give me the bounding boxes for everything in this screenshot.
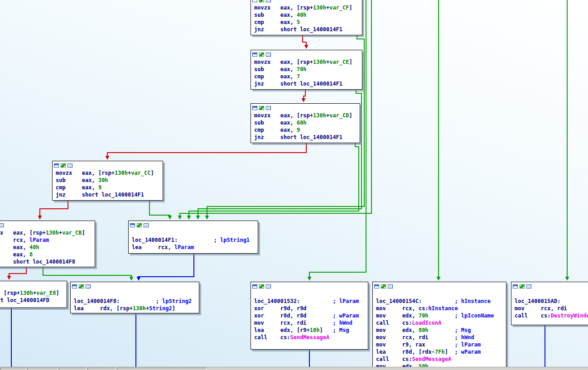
graph-node-var_CE-check[interactable]: movzx eax, [rsp+130h+var_CE]sub eax, 70h… [251, 50, 362, 90]
node-info-icon[interactable] [266, 284, 271, 288]
graph-node-var_CD-check[interactable]: movzx eax, [rsp+130h+var_CD]sub eax, 60h… [251, 103, 360, 143]
code-line[interactable] [132, 229, 255, 236]
group-node-icon[interactable] [137, 223, 142, 227]
collapse-node-icon[interactable] [54, 163, 59, 168]
group-node-icon[interactable] [61, 163, 66, 168]
group-node-icon[interactable] [259, 53, 264, 57]
code-line[interactable]: jnz short loc_1400014F1 [56, 191, 159, 198]
node-titlebar[interactable] [71, 282, 199, 290]
code-line[interactable]: lea rcx, lParam [132, 244, 255, 251]
node-titlebar[interactable] [251, 282, 368, 290]
node-titlebar[interactable] [0, 221, 95, 229]
group-node-icon[interactable] [520, 284, 525, 288]
code-line[interactable]: jnz short loc_1400014F1 [254, 26, 359, 33]
group-node-icon[interactable] [259, 106, 264, 110]
code-line[interactable]: movzx eax, [rsp+130h+var_CF] [254, 4, 359, 11]
code-line[interactable]: cmp eax, 8 [0, 251, 92, 258]
node-titlebar[interactable] [0, 281, 67, 289]
code-line[interactable]: cmp eax, 9 [254, 126, 357, 134]
group-node-icon[interactable] [79, 284, 84, 288]
code-line[interactable]: call cs:LoadIconA [376, 319, 503, 327]
graph-node-var_E8-block[interactable]: lea rdx, [rsp+130h+var_E8]jmp short loc_… [0, 281, 67, 308]
graph-node-loc_140001532[interactable]: loc_140001532: ; lParamxor r9d, r9dxor r… [251, 282, 368, 350]
code-line[interactable]: mov edx, 80h ; Msg [376, 327, 503, 334]
code-line[interactable]: movzx eax, [rsp+130h+var_CE] [254, 58, 359, 66]
node-info-icon[interactable] [388, 284, 393, 288]
code-line[interactable]: loc_140001532: ; lParam [254, 298, 365, 305]
node-titlebar[interactable] [373, 282, 506, 290]
code-line[interactable]: mov rcx, cs:hInstance [376, 305, 503, 312]
code-line[interactable]: lea rdx, [rsp+130h+var_E8] [0, 289, 63, 297]
code-line[interactable]: mov rcx, rdi ; hWnd [254, 319, 365, 327]
code-line[interactable]: sub eax, 70h [254, 66, 359, 73]
node-titlebar[interactable] [53, 161, 163, 169]
code-line[interactable]: mov rcx, rdi [515, 305, 588, 312]
node-info-icon[interactable] [266, 53, 271, 57]
node-info-icon[interactable] [526, 284, 531, 288]
code-line[interactable]: xor r8d, r8d ; wParam [254, 312, 365, 319]
code-line[interactable]: sub eax, 30h [56, 177, 159, 184]
code-line[interactable]: loc_1400015AD: [515, 298, 588, 305]
code-line[interactable]: lea rcx, lParam [0, 236, 92, 244]
code-line[interactable]: call cs:SendMessageA [254, 334, 365, 341]
code-line[interactable]: loc_1400014F1: ; lpString1 [132, 236, 255, 244]
code-line[interactable] [74, 290, 196, 298]
collapse-node-icon[interactable] [513, 284, 518, 288]
collapse-node-icon[interactable] [252, 53, 257, 57]
node-titlebar[interactable] [251, 0, 362, 4]
code-line[interactable]: call cs:DestroyWindow [515, 312, 588, 319]
code-line[interactable]: lea rdx, [rsp+130h+String2] [74, 305, 196, 312]
code-line[interactable]: lea r8d, [rdx-7Fh] ; wParam [376, 348, 503, 356]
group-node-icon[interactable] [259, 0, 264, 2]
code-line[interactable]: mov rcx, rdi ; hWnd [376, 334, 503, 341]
node-info-icon[interactable] [266, 0, 271, 2]
collapse-node-icon[interactable] [252, 0, 257, 2]
code-line[interactable]: movzx eax, [rsp+130h+var_CD] [254, 112, 357, 119]
code-line[interactable]: cmp eax, 9 [56, 184, 159, 191]
graph-node-loc_1400015AD[interactable]: loc_1400015AD:mov rcx, rdicall cs:Destro… [511, 282, 588, 325]
graph-node-var_CF-check[interactable]: movzx eax, [rsp+130h+var_CF]sub eax, 40h… [251, 0, 362, 35]
collapse-node-icon[interactable] [130, 223, 135, 227]
node-titlebar[interactable] [251, 104, 360, 111]
code-line[interactable]: jnz short loc_1400014F1 [254, 80, 359, 87]
node-titlebar[interactable] [129, 221, 258, 229]
code-line[interactable]: jmp short loc_1400014FD [0, 297, 63, 304]
code-line[interactable]: cmp eax, 5 [254, 19, 359, 26]
code-line[interactable] [376, 290, 503, 298]
group-node-icon[interactable] [381, 284, 386, 288]
code-line[interactable]: loc_14000154C: ; hInstance [376, 298, 503, 305]
code-line[interactable] [515, 290, 588, 298]
code-line[interactable]: jnz short loc_1400014F1 [254, 134, 357, 141]
collapse-node-icon[interactable] [252, 284, 257, 288]
node-titlebar[interactable] [251, 50, 362, 58]
collapse-node-icon[interactable] [374, 284, 379, 288]
collapse-node-icon[interactable] [72, 284, 77, 288]
code-line[interactable]: mov r9, rax ; lParam [376, 341, 503, 348]
code-line[interactable]: movzx eax, [rsp+130h+var_CB] [0, 229, 92, 236]
code-line[interactable]: movzx eax, [rsp+130h+var_CC] [56, 169, 159, 177]
node-info-icon[interactable] [0, 223, 4, 227]
node-info-icon[interactable] [266, 106, 271, 110]
graph-node-loc_14000154C[interactable]: loc_14000154C: ; hInstancemov rcx, cs:hI… [372, 282, 506, 370]
node-titlebar[interactable] [511, 282, 588, 290]
code-line[interactable]: lea edx, [r9+10h] ; Msg [254, 327, 365, 334]
code-line[interactable]: loc_1400014F8: ; lpString2 [74, 298, 196, 305]
code-line[interactable]: sub eax, 40h [0, 244, 92, 251]
node-info-icon[interactable] [144, 223, 149, 227]
code-line[interactable]: xor r9d, r9d [254, 305, 365, 312]
graph-node-loc_1400014F1[interactable]: loc_1400014F1: ; lpString1lea rcx, lPara… [128, 221, 258, 254]
code-line[interactable]: mov edx, 70h ; lpIconName [376, 312, 503, 319]
graph-canvas[interactable]: movzx eax, [rsp+130h+var_CF]sub eax, 40h… [0, 0, 588, 370]
code-line[interactable]: sub eax, 60h [254, 119, 357, 126]
code-line[interactable]: cmp eax, 7 [254, 73, 359, 80]
code-line[interactable]: jnz short loc_1400014F8 [0, 258, 92, 265]
group-node-icon[interactable] [259, 284, 264, 288]
graph-node-var_CC-check[interactable]: movzx eax, [rsp+130h+var_CC]sub eax, 30h… [52, 161, 163, 201]
node-info-icon[interactable] [86, 284, 91, 288]
code-line[interactable] [254, 290, 365, 298]
node-info-icon[interactable] [67, 163, 72, 168]
code-line[interactable]: sub eax, 40h [254, 11, 359, 19]
graph-node-var_CB-check[interactable]: movzx eax, [rsp+130h+var_CB]lea rcx, lPa… [0, 221, 95, 267]
code-line[interactable]: call cs:SendMessageA [376, 356, 503, 363]
graph-node-loc_1400014F8[interactable]: loc_1400014F8: ; lpString2lea rdx, [rsp+… [70, 282, 199, 313]
